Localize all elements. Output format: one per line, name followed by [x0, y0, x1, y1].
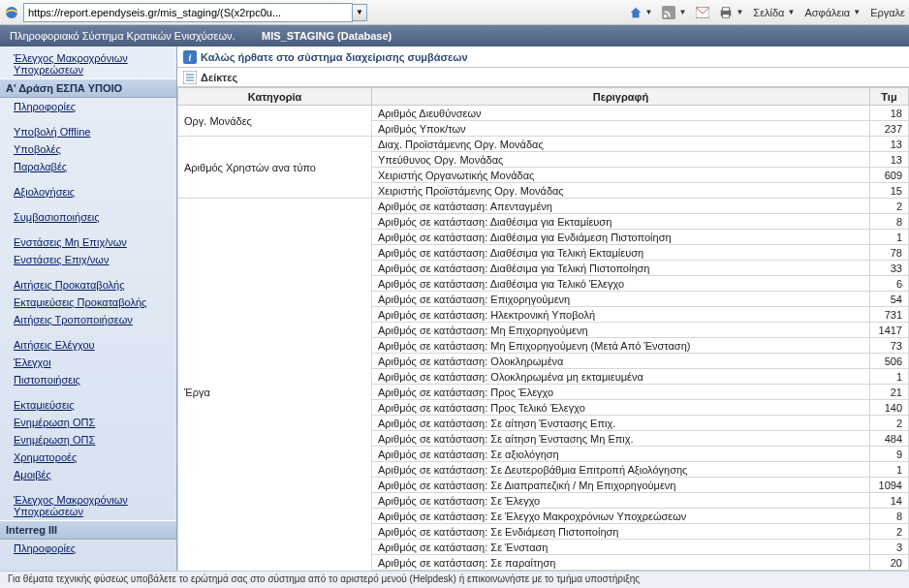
footer-bar: Για θέματα τεχνικής φύσεως υποβάλετε το …	[0, 571, 909, 588]
table-row: Αριθμός Χρηστών ανα τύποΔιαχ. Προϊστάμεν…	[178, 137, 909, 152]
sidebar-link[interactable]: Εκταμιεύσεις Προκαταβολής	[0, 294, 176, 311]
cell-description: Αριθμός σε κατάσταση: Σε Έλεγχο	[372, 493, 870, 509]
cell-description: Αριθμός σε κατάσταση: Σε αξιολόγηση	[372, 447, 870, 462]
cell-value: 13	[870, 137, 909, 152]
sidebar-link[interactable]: Εκταμιεύσεις	[0, 396, 176, 414]
cell-category: Αριθμός Χρηστών ανα τύπο	[178, 137, 372, 199]
cell-description: Αριθμός σε κατάσταση: Ολοκληρωμένα	[372, 354, 870, 369]
cell-value: 14	[870, 493, 909, 509]
cell-value: 15	[870, 183, 909, 199]
cell-description: Αριθμός σε κατάσταση: Διαθέσιμα για Τελι…	[372, 276, 870, 292]
sidebar-link[interactable]: Ενημέρωση ΟΠΣ	[0, 431, 176, 449]
sidebar-link[interactable]: Πιστοποιήσεις	[0, 371, 176, 388]
sidebar-link[interactable]: Ενημέρωση ΟΠΣ	[0, 414, 176, 431]
cell-value: 2	[870, 199, 909, 214]
cell-value: 6	[870, 276, 909, 292]
cell-value: 731	[870, 307, 909, 323]
ie-logo-icon	[4, 5, 19, 20]
sidebar-link[interactable]: Υποβολές	[0, 140, 176, 158]
cell-description: Αριθμός σε κατάσταση: Προς Έλεγχο	[372, 385, 870, 400]
page-menu[interactable]: Σελίδα▼	[753, 7, 795, 18]
sidebar-link[interactable]: Αμοιβές	[0, 466, 176, 483]
sidebar-link[interactable]: Αξιολογήσεις	[0, 183, 176, 201]
db-title: MIS_STAGING (Database)	[262, 30, 392, 42]
welcome-bar: i Καλώς ήρθατε στο σύστημα διαχείρισης σ…	[177, 46, 909, 68]
sidebar-link[interactable]: Έλεγχος Μακροχρόνιων Υποχρεώσεων	[0, 491, 176, 520]
cell-value: 2	[870, 524, 909, 540]
mail-button[interactable]	[696, 7, 709, 18]
cell-value: 18	[870, 106, 909, 121]
sidebar-link[interactable]: Ενστάσεις Μη Επιχ/νων	[0, 233, 176, 251]
sidebar-section-espa[interactable]: Α' Δράση ΕΣΠΑ ΥΠΟΙΟ	[0, 78, 176, 98]
svg-point-2	[664, 14, 668, 17]
cell-value: 609	[870, 168, 909, 183]
cell-value: 21	[870, 385, 909, 400]
info-icon: i	[183, 50, 197, 64]
cell-description: Αριθμός σε κατάσταση: Προς Τελικό Έλεγχο	[372, 400, 870, 416]
sidebar: Έλεγχος Μακροχρόνιων Υποχρεώσεων Α' Δράσ…	[0, 46, 177, 571]
cell-description: Αριθμός σε κατάσταση: Διαθέσιμα για Εκτα…	[372, 214, 870, 230]
sidebar-link[interactable]: Παραλαβές	[0, 158, 176, 175]
cell-value: 13	[870, 152, 909, 168]
cell-description: Αριθμός σε κατάσταση: Σε αίτηση Ένστασης…	[372, 416, 870, 431]
table-row: ΈργαΑριθμός σε κατάσταση: Απενταγμένη2	[178, 199, 909, 214]
cell-description: Αριθμός σε κατάσταση: Σε παραίτηση	[372, 555, 870, 571]
sidebar-link[interactable]: Υποβολή Offline	[0, 123, 176, 140]
cell-value: 1	[870, 230, 909, 245]
sidebar-link[interactable]: Χρηματοροές	[0, 449, 176, 466]
browser-toolbar: https://report.ependyseis.gr/mis_staging…	[0, 0, 909, 25]
cell-value: 1094	[870, 478, 909, 493]
cell-value: 33	[870, 261, 909, 276]
col-category: Κατηγορία	[178, 88, 372, 106]
tools-menu[interactable]: Εργαλε	[870, 7, 905, 18]
address-bar[interactable]: https://report.ependyseis.gr/mis_staging…	[23, 3, 353, 22]
sidebar-top-link[interactable]: Έλεγχος Μακροχρόνιων Υποχρεώσεων	[0, 46, 176, 78]
cell-value: 68	[870, 571, 909, 572]
svg-rect-5	[723, 7, 730, 11]
svg-point-0	[6, 7, 17, 18]
cell-value: 78	[870, 245, 909, 261]
col-description: Περιγραφή	[372, 88, 870, 106]
sidebar-link[interactable]: Πληροφορίες	[0, 540, 176, 557]
cell-value: 20	[870, 555, 909, 571]
cell-value: 54	[870, 292, 909, 307]
indices-label: Δείκτες	[201, 72, 237, 83]
browser-tools: ▼ ▼ ▼ Σελίδα▼ Ασφάλεια▼ Εργαλε	[629, 6, 905, 19]
sidebar-link[interactable]: Ενστάσεις Επιχ/νων	[0, 251, 176, 268]
sidebar-link[interactable]: Αιτήσεις Ελέγχου	[0, 336, 176, 354]
sidebar-link[interactable]: Συμβασιοποιήσεις	[0, 208, 176, 226]
table-row: Οργ. ΜονάδεςΑριθμός Διευθύνσεων18	[178, 106, 909, 121]
main-content: i Καλώς ήρθατε στο σύστημα διαχείρισης σ…	[177, 46, 909, 571]
sidebar-link[interactable]: Αιτήσεις Προκαταβολής	[0, 276, 176, 294]
cell-description: Αριθμός σε κατάσταση: Απενταγμένη	[372, 199, 870, 214]
cell-description: Αριθμός σε κατάσταση: Μη Επιχορηγούμενη …	[372, 338, 870, 354]
list-icon	[183, 71, 197, 84]
cell-description: Αριθμός σε κατάσταση: Διαθέσιμα για Τελι…	[372, 245, 870, 261]
cell-description: Αριθμός σε κατάσταση: Διαθέσιμα για Ενδι…	[372, 230, 870, 245]
cell-description: Αριθμός σε κατάσταση: Σε Ένσταση	[372, 540, 870, 555]
address-dropdown[interactable]: ▼	[352, 4, 367, 21]
safety-menu[interactable]: Ασφάλεια▼	[804, 7, 861, 18]
cell-value: 1417	[870, 323, 909, 338]
rss-button[interactable]: ▼	[662, 6, 686, 19]
data-table: Κατηγορία Περιγραφή Τιμ Οργ. ΜονάδεςΑριθ…	[177, 87, 909, 571]
cell-description: Αριθμός σε κατάσταση: Διαθέσιμα για Τελι…	[372, 261, 870, 276]
cell-value: 237	[870, 121, 909, 137]
home-button[interactable]: ▼	[629, 6, 653, 19]
cell-description: Αριθμός σε κατάσταση: Σε Έλεγχο Μακροχρό…	[372, 509, 870, 524]
cell-description: Αριθμός σε κατάσταση: Σε αίτηση Ένστασης…	[372, 431, 870, 447]
cell-value: 8	[870, 214, 909, 230]
cell-description: Αριθμός σε κατάσταση: Σε Συμβασιοποίηση	[372, 571, 870, 572]
cell-value: 1	[870, 369, 909, 385]
cell-value: 8	[870, 509, 909, 524]
cell-description: Χειριστής Οργανωτικής Μονάδας	[372, 168, 870, 183]
cell-description: Αριθμός σε κατάσταση: Ηλεκτρονική Υποβολ…	[372, 307, 870, 323]
sidebar-link[interactable]: Αιτήσεις Τροποποιήσεων	[0, 311, 176, 328]
cell-description: Αριθμός σε κατάσταση: Ολοκληρωμένα μη εκ…	[372, 369, 870, 385]
sidebar-link[interactable]: Πληροφορίες	[0, 98, 176, 115]
print-button[interactable]: ▼	[719, 6, 743, 19]
sidebar-link[interactable]: Έλεγχοι	[0, 354, 176, 371]
cell-value: 506	[870, 354, 909, 369]
cell-value: 140	[870, 400, 909, 416]
sidebar-section-interreg[interactable]: Interreg III	[0, 520, 176, 540]
